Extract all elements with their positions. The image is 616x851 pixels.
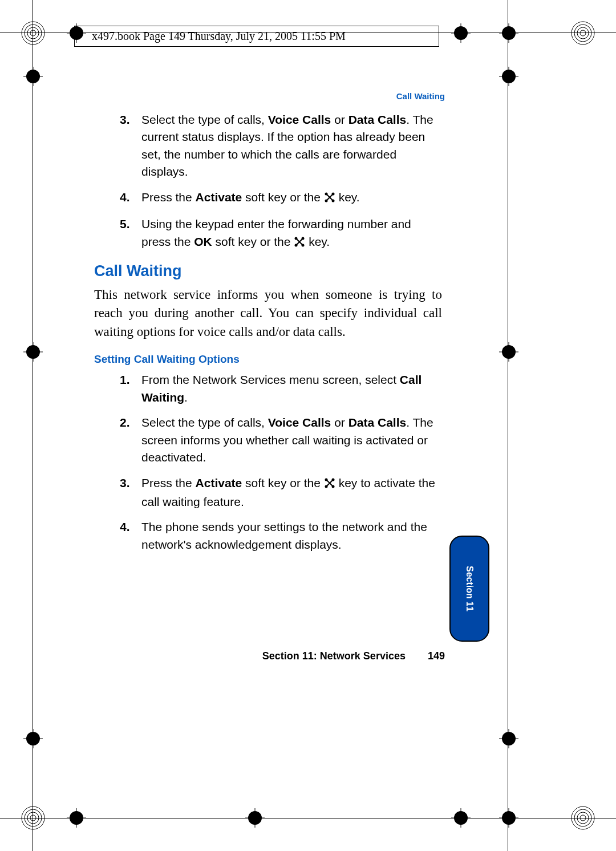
list-number: 2. [120, 414, 130, 431]
cross-mark-icon [245, 808, 265, 828]
list-item: 1. From the Network Services menu screen… [120, 371, 442, 406]
page-meta-box: x497.book Page 149 Thursday, July 21, 20… [74, 26, 439, 47]
svg-point-11 [30, 815, 36, 821]
list-text: Press the Activate soft key or the key. [141, 191, 360, 204]
svg-point-12 [572, 807, 594, 829]
list-number: 3. [120, 475, 130, 492]
svg-point-4 [572, 22, 594, 44]
nav-key-icon [324, 191, 335, 208]
subheading: Setting Call Waiting Options [94, 351, 442, 367]
crop-line-right [508, 0, 508, 851]
svg-point-0 [22, 22, 44, 44]
continued-steps-list: 3. Select the type of calls, Voice Calls… [120, 111, 442, 252]
cross-mark-icon [499, 67, 518, 86]
list-text: Press the Activate soft key or the key t… [141, 476, 435, 508]
cross-mark-icon [499, 342, 518, 362]
registration-mark-icon [570, 20, 596, 46]
list-item: 3. Press the Activate soft key or the ke… [120, 475, 442, 511]
footer-page-number: 149 [428, 650, 445, 662]
list-text: Using the keypad enter the forwarding nu… [141, 217, 411, 248]
page-footer: Section 11: Network Services 149 [262, 650, 445, 662]
svg-point-10 [27, 812, 39, 824]
svg-point-14 [577, 812, 589, 824]
list-item: 3. Select the type of calls, Voice Calls… [120, 111, 442, 181]
svg-point-15 [580, 815, 586, 821]
setting-steps-list: 1. From the Network Services menu screen… [120, 371, 442, 553]
svg-point-3 [30, 30, 36, 36]
list-number: 4. [120, 189, 130, 206]
section-heading: Call Waiting [94, 260, 442, 282]
nav-key-icon [324, 476, 335, 493]
cross-mark-icon [451, 23, 471, 43]
list-item: 2. Select the type of calls, Voice Calls… [120, 414, 442, 466]
list-item: 5. Using the keypad enter the forwarding… [120, 216, 442, 252]
registration-mark-icon [20, 805, 46, 831]
cross-mark-icon [499, 23, 518, 43]
registration-mark-icon [570, 805, 596, 831]
section-tab-label: Section 11 [464, 566, 475, 611]
svg-point-8 [22, 807, 44, 829]
running-head: Call Waiting [396, 91, 445, 101]
intro-paragraph: This network service informs you when so… [94, 286, 442, 341]
cross-mark-icon [23, 67, 43, 86]
crop-line-left [33, 0, 33, 851]
svg-point-2 [27, 27, 39, 39]
list-text: The phone sends your settings to the net… [141, 520, 427, 550]
list-item: 4. Press the Activate soft key or the ke… [120, 189, 442, 208]
crop-line-bottom [0, 818, 616, 818]
list-number: 5. [120, 216, 130, 233]
svg-point-7 [580, 30, 586, 36]
registration-mark-icon [20, 20, 46, 46]
cross-mark-icon [499, 729, 518, 748]
footer-section-label: Section 11: Network Services [262, 650, 406, 662]
page-meta-text: x497.book Page 149 Thursday, July 21, 20… [92, 30, 346, 42]
list-text: From the Network Services menu screen, s… [141, 373, 422, 403]
list-text: Select the type of calls, Voice Calls or… [141, 113, 433, 178]
cross-mark-icon [451, 808, 471, 828]
cross-mark-icon [23, 342, 43, 362]
list-item: 4. The phone sends your settings to the … [120, 518, 442, 553]
list-number: 1. [120, 371, 130, 388]
svg-point-6 [577, 27, 589, 39]
list-text: Select the type of calls, Voice Calls or… [141, 416, 433, 464]
cross-mark-icon [23, 729, 43, 748]
list-number: 4. [120, 518, 130, 536]
page: x497.book Page 149 Thursday, July 21, 20… [0, 0, 616, 851]
nav-key-icon [294, 235, 305, 252]
cross-mark-icon [499, 808, 518, 828]
page-body: 3. Select the type of calls, Voice Calls… [94, 111, 442, 561]
section-tab: Section 11 [449, 536, 489, 642]
list-number: 3. [120, 111, 130, 128]
cross-mark-icon [67, 808, 86, 828]
